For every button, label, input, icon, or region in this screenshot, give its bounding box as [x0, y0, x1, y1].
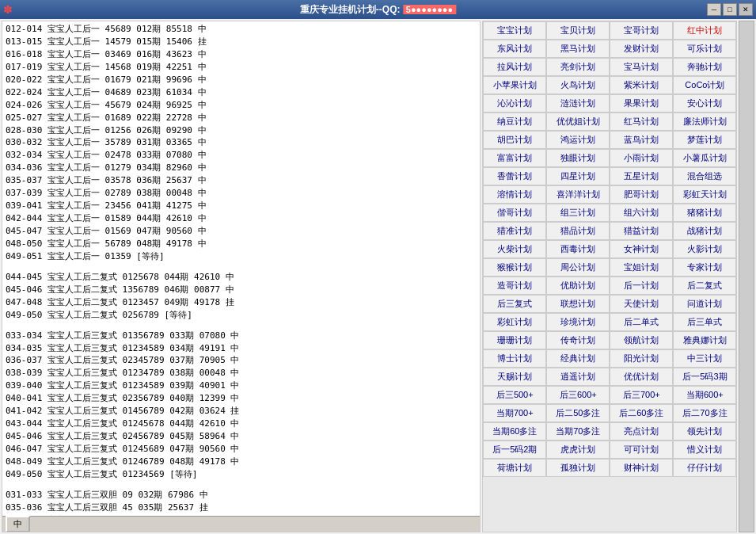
- plan-button[interactable]: 拉风计划: [483, 58, 546, 76]
- plan-button[interactable]: 组三计划: [546, 204, 610, 222]
- plan-button[interactable]: 后三700+: [610, 386, 673, 404]
- plan-button[interactable]: 火影计划: [673, 240, 736, 258]
- plan-button[interactable]: 小雨计划: [610, 149, 673, 167]
- plan-button[interactable]: 火鸟计划: [546, 76, 610, 94]
- plan-button[interactable]: 宝姐计划: [610, 258, 673, 277]
- plan-button[interactable]: 周公计划: [546, 258, 610, 277]
- plan-button[interactable]: 天赐计划: [483, 368, 546, 386]
- plan-button[interactable]: 阳光计划: [610, 349, 673, 368]
- plan-button[interactable]: 博士计划: [483, 349, 546, 368]
- plan-button[interactable]: 造哥计划: [483, 277, 546, 295]
- plan-button[interactable]: 后一计划: [610, 277, 673, 295]
- plan-button[interactable]: 传奇计划: [546, 331, 610, 349]
- plan-button[interactable]: 宝宝计划: [483, 21, 546, 40]
- plan-button[interactable]: 鸿运计划: [546, 131, 610, 149]
- plan-button[interactable]: 后一5码3期: [673, 368, 736, 386]
- plan-button[interactable]: 珊珊计划: [483, 331, 546, 349]
- plan-button[interactable]: 紫米计划: [610, 76, 673, 94]
- plan-button[interactable]: 组六计划: [610, 204, 673, 222]
- plan-button[interactable]: 偕哥计划: [483, 204, 546, 222]
- plan-button[interactable]: 后一5码2期: [483, 441, 546, 459]
- plan-button[interactable]: 五星计划: [610, 167, 673, 185]
- plan-button[interactable]: 小薯瓜计划: [673, 149, 736, 167]
- plan-button[interactable]: 后三500+: [483, 386, 546, 404]
- plan-button[interactable]: 东风计划: [483, 40, 546, 58]
- plan-button[interactable]: 后二50多注: [546, 404, 610, 422]
- plan-button[interactable]: 荷塘计划: [483, 459, 546, 477]
- plan-button[interactable]: 富富计划: [483, 149, 546, 167]
- plan-button[interactable]: 优助计划: [546, 277, 610, 295]
- plan-button[interactable]: 联想计划: [546, 295, 610, 313]
- plan-button[interactable]: 领航计划: [610, 331, 673, 349]
- maximize-button[interactable]: □: [723, 3, 737, 16]
- plan-button[interactable]: 小苹果计划: [483, 76, 546, 94]
- plan-button[interactable]: 廉法师计划: [673, 113, 736, 131]
- plan-button[interactable]: 经典计划: [546, 349, 610, 368]
- plan-button[interactable]: 优优姐计划: [546, 113, 610, 131]
- plan-button[interactable]: 猴猴计划: [483, 258, 546, 277]
- plan-button[interactable]: 后三单式: [673, 313, 736, 331]
- plan-button[interactable]: 红中计划: [673, 21, 736, 40]
- plan-button[interactable]: 珍境计划: [546, 313, 610, 331]
- plan-button[interactable]: 当期70多注: [546, 422, 610, 441]
- plan-button[interactable]: 果果计划: [610, 94, 673, 113]
- plan-button[interactable]: 沁沁计划: [483, 94, 546, 113]
- plan-button[interactable]: 黑马计划: [546, 40, 610, 58]
- plan-button[interactable]: 肥哥计划: [610, 185, 673, 204]
- plan-button[interactable]: 财神计划: [610, 459, 673, 477]
- plan-button[interactable]: 惜义计划: [673, 441, 736, 459]
- plan-button[interactable]: 天使计划: [610, 295, 673, 313]
- plan-button[interactable]: 猪猪计划: [673, 204, 736, 222]
- plan-button[interactable]: 可可计划: [610, 441, 673, 459]
- plan-button[interactable]: 涟涟计划: [546, 94, 610, 113]
- plan-button[interactable]: 亮剑计划: [546, 58, 610, 76]
- plan-button[interactable]: 孤独计划: [546, 459, 610, 477]
- plan-button[interactable]: 宝贝计划: [546, 21, 610, 40]
- plan-button[interactable]: 当期600+: [673, 386, 736, 404]
- minimize-button[interactable]: ─: [707, 3, 721, 16]
- plan-button[interactable]: 彩虹天计划: [673, 185, 736, 204]
- plan-button[interactable]: 猎品计划: [546, 222, 610, 240]
- status-button[interactable]: 中: [6, 516, 30, 532]
- plan-button[interactable]: 后三600+: [546, 386, 610, 404]
- plan-button[interactable]: 红马计划: [610, 113, 673, 131]
- plan-button[interactable]: 后三复式: [483, 295, 546, 313]
- plan-button[interactable]: 纳豆计划: [483, 113, 546, 131]
- plan-button[interactable]: 领先计划: [673, 422, 736, 441]
- plan-button[interactable]: 后二单式: [610, 313, 673, 331]
- plan-button[interactable]: 安心计划: [673, 94, 736, 113]
- plan-button[interactable]: 火柴计划: [483, 240, 546, 258]
- plan-button[interactable]: 女神计划: [610, 240, 673, 258]
- plan-button[interactable]: 优优计划: [610, 368, 673, 386]
- plan-button[interactable]: 发财计划: [610, 40, 673, 58]
- plan-button[interactable]: CoCo计划: [673, 76, 736, 94]
- plan-button[interactable]: 可乐计划: [673, 40, 736, 58]
- plan-button[interactable]: 仔仔计划: [673, 459, 736, 477]
- plan-button[interactable]: 虎虎计划: [546, 441, 610, 459]
- plan-button[interactable]: 胡巴计划: [483, 131, 546, 149]
- close-button[interactable]: ✕: [739, 3, 753, 16]
- plan-button[interactable]: 宝马计划: [610, 58, 673, 76]
- plan-button[interactable]: 当期60多注: [483, 422, 546, 441]
- content-scroll-area[interactable]: 012-014 宝宝人工后一 45689 012期 85518 中013-015…: [2, 21, 480, 532]
- plan-button[interactable]: 溶情计划: [483, 185, 546, 204]
- plan-button[interactable]: 梦莲计划: [673, 131, 736, 149]
- plan-button[interactable]: 当期700+: [483, 404, 546, 422]
- plan-button[interactable]: 彩虹计划: [483, 313, 546, 331]
- plan-button[interactable]: 四星计划: [546, 167, 610, 185]
- plan-button[interactable]: 后二70多注: [673, 404, 736, 422]
- plan-button[interactable]: 中三计划: [673, 349, 736, 368]
- plan-button[interactable]: 问道计划: [673, 295, 736, 313]
- plan-button[interactable]: 猎益计划: [610, 222, 673, 240]
- plan-button[interactable]: 香蕾计划: [483, 167, 546, 185]
- plan-button[interactable]: 专家计划: [673, 258, 736, 277]
- plan-button[interactable]: 雅典娜计划: [673, 331, 736, 349]
- plan-button[interactable]: 蓝鸟计划: [610, 131, 673, 149]
- plan-button[interactable]: 西毒计划: [546, 240, 610, 258]
- plan-button[interactable]: 逍遥计划: [546, 368, 610, 386]
- plan-button[interactable]: 独眼计划: [546, 149, 610, 167]
- plan-button[interactable]: 战猪计划: [673, 222, 736, 240]
- plan-button[interactable]: 后二60多注: [610, 404, 673, 422]
- plan-button[interactable]: 喜洋洋计划: [546, 185, 610, 204]
- plan-button[interactable]: 混合组选: [673, 167, 736, 185]
